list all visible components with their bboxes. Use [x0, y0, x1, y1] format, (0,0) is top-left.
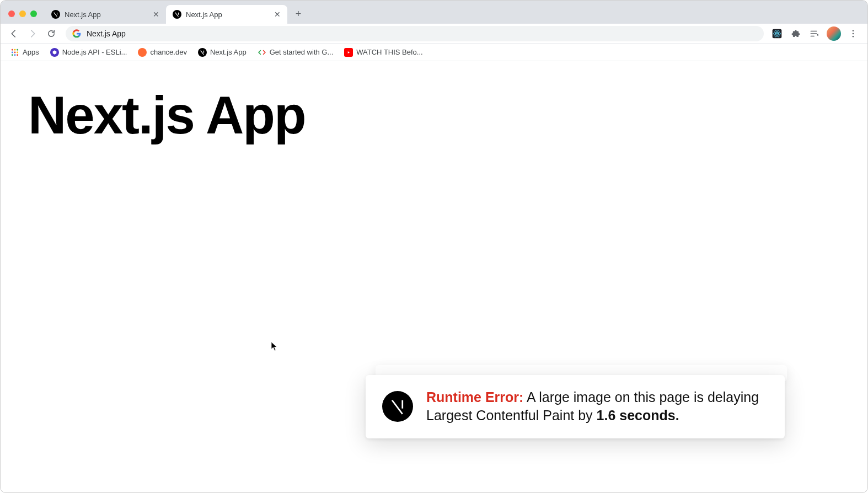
tab-title: Next.js App	[186, 10, 269, 19]
reload-button[interactable]	[44, 26, 59, 41]
svg-point-6	[853, 33, 854, 34]
tab-title: Next.js App	[65, 10, 147, 19]
bookmark-label: chance.dev	[150, 48, 187, 56]
page-content: Next.js App	[1, 61, 867, 169]
bookmark-label: WATCH THIS Befo...	[356, 48, 422, 56]
new-tab-button[interactable]: +	[291, 6, 306, 22]
toast-stack: Runtime Error: A large image on this pag…	[366, 375, 785, 439]
toast-bold-time: 1.6 seconds.	[597, 408, 679, 423]
svg-point-11	[12, 51, 13, 53]
svg-point-1	[776, 33, 778, 34]
nextjs-icon	[173, 10, 181, 19]
address-bar-text: Next.js App	[87, 29, 126, 38]
svg-marker-17	[52, 50, 56, 55]
error-label: Runtime Error:	[426, 389, 523, 405]
bookmarks-bar: Apps Node.js API - ESLi... chance.dev Ne…	[1, 44, 867, 61]
nextjs-icon	[51, 10, 60, 19]
svg-point-10	[17, 49, 18, 50]
google-icon	[72, 29, 81, 38]
svg-point-8	[12, 49, 13, 50]
bookmark-item[interactable]: WATCH THIS Befo...	[340, 46, 427, 59]
close-tab-icon[interactable]: ✕	[152, 10, 160, 19]
bookmark-item[interactable]: Get started with G...	[253, 46, 338, 59]
back-button[interactable]	[6, 26, 22, 41]
toast-message: Runtime Error: A large image on this pag…	[426, 388, 768, 426]
svg-point-13	[17, 51, 18, 53]
bookmark-item[interactable]: chance.dev	[133, 46, 191, 59]
toolbar-right	[770, 26, 862, 41]
apps-icon	[10, 48, 19, 57]
svg-point-7	[853, 35, 854, 37]
chrome-menu-icon[interactable]	[846, 27, 860, 40]
svg-point-9	[14, 49, 16, 50]
close-window-button[interactable]	[8, 10, 15, 17]
browser-toolbar: Next.js App	[1, 24, 867, 44]
browser-tab[interactable]: Next.js App ✕	[45, 5, 166, 24]
forward-button[interactable]	[25, 26, 40, 41]
svg-point-14	[12, 54, 13, 56]
bookmark-item[interactable]: Next.js App	[194, 46, 251, 59]
site-icon	[138, 48, 147, 57]
bookmark-item[interactable]: Node.js API - ESLi...	[46, 46, 132, 59]
maximize-window-button[interactable]	[30, 10, 37, 17]
svg-point-12	[14, 51, 16, 53]
svg-point-15	[14, 54, 16, 56]
browser-tab-active[interactable]: Next.js App ✕	[166, 5, 287, 24]
cursor-icon	[271, 341, 278, 353]
svg-point-5	[853, 30, 854, 31]
tab-strip: Next.js App ✕ Next.js App ✕ +	[1, 1, 867, 24]
bookmark-label: Get started with G...	[270, 48, 334, 56]
react-devtools-icon[interactable]	[770, 27, 784, 40]
youtube-icon	[344, 48, 353, 57]
bookmark-label: Apps	[23, 48, 39, 56]
svg-point-16	[17, 54, 18, 56]
close-tab-icon[interactable]: ✕	[273, 10, 282, 19]
extensions-icon[interactable]	[789, 27, 802, 40]
bookmark-label: Next.js App	[210, 48, 247, 56]
bookmark-label: Node.js API - ESLi...	[62, 48, 127, 56]
minimize-window-button[interactable]	[19, 10, 26, 17]
page-heading: Next.js App	[28, 89, 840, 142]
apps-bookmark[interactable]: Apps	[6, 46, 44, 59]
eslint-icon	[50, 48, 59, 57]
nextjs-icon	[198, 48, 207, 57]
profile-avatar[interactable]	[827, 26, 841, 41]
code-icon	[258, 48, 266, 57]
nextjs-icon	[382, 391, 413, 422]
reading-list-icon[interactable]	[808, 27, 821, 40]
address-bar[interactable]: Next.js App	[66, 26, 764, 41]
runtime-error-toast[interactable]: Runtime Error: A large image on this pag…	[366, 375, 785, 439]
svg-marker-18	[348, 51, 350, 53]
window-traffic-lights	[8, 10, 37, 17]
